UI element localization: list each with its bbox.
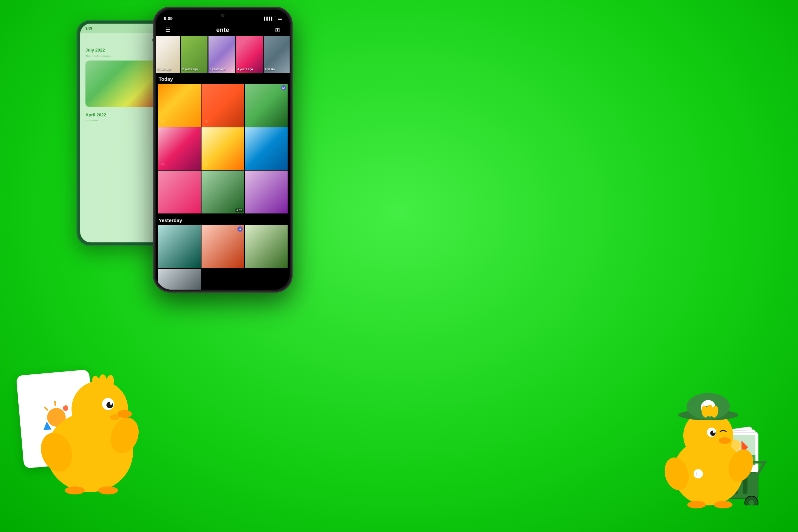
svg-rect-24 bbox=[112, 487, 115, 493]
status-time: 9:09 bbox=[164, 16, 173, 21]
chick-left-svg bbox=[26, 353, 153, 506]
svg-point-38 bbox=[694, 469, 703, 478]
photo-today-6[interactable] bbox=[245, 127, 288, 170]
app-header: ☰ ente ⊞ bbox=[156, 24, 290, 36]
upload-icon[interactable]: ⊞ bbox=[272, 26, 283, 34]
wifi-icon: ⌒ bbox=[274, 16, 277, 21]
yesterday-grid: A bbox=[158, 225, 288, 290]
memory-3[interactable]: 3 years ago bbox=[208, 36, 235, 73]
battery-icon: ▬ bbox=[278, 17, 282, 20]
svg-point-13 bbox=[110, 402, 112, 405]
svg-rect-20 bbox=[78, 487, 82, 493]
front-camera bbox=[221, 14, 225, 17]
svg-rect-18 bbox=[70, 487, 73, 493]
section-today: Today bbox=[158, 73, 288, 84]
photo-yesterday-1[interactable] bbox=[158, 225, 201, 268]
secondary-time: 9:09 bbox=[86, 26, 92, 30]
svg-rect-42 bbox=[696, 501, 699, 507]
badge-yday-2: A bbox=[238, 226, 243, 232]
chick-right: e ! bbox=[658, 386, 758, 512]
heart-2[interactable]: ♡ bbox=[204, 119, 209, 125]
today-grid: ♡ ♡ A+ ♡ ♡ 0:57 bbox=[158, 84, 288, 213]
photo-yesterday-4[interactable] bbox=[158, 269, 201, 290]
photo-today-1[interactable]: ♡ bbox=[158, 84, 201, 127]
photo-today-3[interactable]: A+ bbox=[245, 84, 288, 127]
signal-icon: ▐▐▐▐ bbox=[263, 17, 272, 20]
heart-1[interactable]: ♡ bbox=[160, 119, 166, 125]
menu-icon[interactable]: ☰ bbox=[163, 26, 173, 34]
phone-screen: 9:09 ▐▐▐▐ ⌒ ▬ ☰ ente ⊞ 1 year ago 2 year… bbox=[156, 10, 290, 290]
photo-yesterday-2[interactable]: A bbox=[202, 225, 244, 268]
memory-5[interactable]: 6 years bbox=[264, 36, 290, 73]
memory-1[interactable]: 1 year ago bbox=[156, 36, 180, 73]
svg-rect-41 bbox=[692, 501, 695, 507]
svg-rect-46 bbox=[723, 501, 726, 507]
svg-point-10 bbox=[117, 410, 132, 418]
memory-5-label: 6 years bbox=[265, 68, 289, 71]
video-duration-8: 0:57 bbox=[235, 208, 243, 212]
main-phone: 9:09 ▐▐▐▐ ⌒ ▬ ☰ ente ⊞ 1 year ago 2 year… bbox=[153, 7, 292, 292]
memory-4[interactable]: 4 years ago bbox=[236, 36, 263, 73]
svg-point-36 bbox=[710, 431, 716, 436]
memory-4-label: 4 years ago bbox=[238, 68, 261, 71]
heart-4[interactable]: ♡ bbox=[160, 162, 166, 168]
svg-rect-22 bbox=[103, 487, 107, 493]
memory-2[interactable]: 2 years ago bbox=[181, 36, 208, 73]
memory-1-label: 1 year ago bbox=[157, 68, 178, 71]
photo-today-2[interactable]: ♡ bbox=[202, 84, 244, 127]
phone-notch bbox=[206, 12, 240, 19]
svg-rect-43 bbox=[700, 501, 703, 507]
memory-2-label: 2 years ago bbox=[182, 68, 206, 71]
photos-scroll[interactable]: Today ♡ ♡ A+ ♡ ♡ bbox=[156, 73, 290, 290]
svg-point-34 bbox=[719, 437, 731, 444]
badge-3: A+ bbox=[281, 85, 286, 91]
photo-today-4[interactable]: ♡ bbox=[158, 127, 201, 170]
photo-today-9[interactable] bbox=[245, 171, 288, 213]
memory-3-label: 3 years ago bbox=[210, 68, 234, 71]
heart-5[interactable]: ♡ bbox=[204, 162, 209, 168]
section-yesterday: Yesterday bbox=[158, 214, 288, 225]
svg-text:!: ! bbox=[696, 472, 698, 476]
photo-today-5[interactable]: ♡ bbox=[202, 127, 244, 170]
status-icons: ▐▐▐▐ ⌒ ▬ bbox=[263, 16, 282, 21]
svg-rect-47 bbox=[727, 501, 730, 507]
svg-rect-19 bbox=[74, 487, 77, 493]
app-title: ente bbox=[216, 26, 229, 34]
photo-yesterday-3[interactable] bbox=[245, 225, 288, 268]
svg-point-37 bbox=[713, 431, 715, 433]
photo-today-8[interactable]: 0:57 bbox=[202, 171, 244, 213]
svg-point-14 bbox=[110, 414, 119, 420]
chick-right-svg: e ! bbox=[658, 386, 758, 512]
memories-strip[interactable]: 1 year ago 2 years ago 3 years ago 4 yea… bbox=[156, 36, 290, 73]
svg-rect-23 bbox=[108, 487, 111, 493]
svg-rect-45 bbox=[719, 501, 722, 507]
chick-left bbox=[26, 353, 153, 506]
photo-today-7[interactable] bbox=[158, 171, 201, 213]
